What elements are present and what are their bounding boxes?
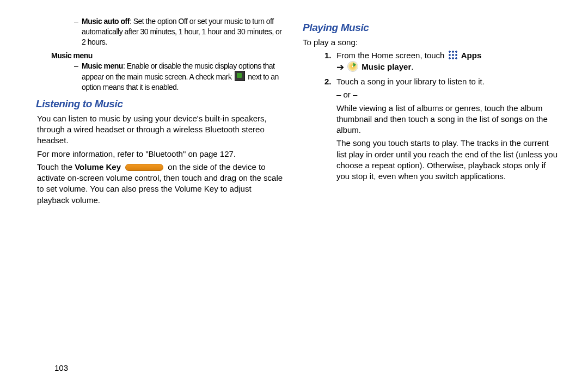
- list-number: 2.: [324, 76, 336, 87]
- list-continuation: ➔ Music player.: [336, 61, 560, 74]
- bullet-label: Music menu: [82, 62, 123, 70]
- list-body: From the Home screen, touch Apps: [336, 51, 481, 60]
- text: .: [411, 62, 413, 71]
- paragraph: To play a song:: [303, 37, 560, 48]
- text: From the Home screen, touch: [336, 51, 447, 60]
- paragraph: For more information, refer to "Bluetoot…: [37, 149, 285, 160]
- text-bold: Apps: [461, 51, 482, 60]
- music-player-icon: [347, 61, 358, 72]
- paragraph: While viewing a list of albums or genres…: [336, 103, 560, 136]
- arrow-right-icon: ➔: [336, 62, 344, 72]
- text: Touch the: [37, 162, 75, 171]
- left-column: –Music auto off: Set the option Off or s…: [28, 16, 285, 392]
- heading-listening-to-music: Listening to Music: [36, 97, 285, 111]
- cross-reference: "Bluetooth": [145, 149, 186, 158]
- manual-page: –Music auto off: Set the option Off or s…: [0, 0, 588, 392]
- text-bold: Music player: [362, 62, 411, 71]
- apps-icon: [448, 50, 458, 60]
- text-bold: Volume Key: [75, 162, 121, 171]
- bullet-music-menu: –Music menu: Enable or disable the music…: [51, 61, 285, 93]
- subheading-music-menu: Music menu: [51, 51, 285, 61]
- bullet-label: Music auto off: [82, 17, 130, 26]
- paragraph: Touch the Volume Key on the side of the …: [37, 162, 285, 206]
- list-item: 1.From the Home screen, touch Apps ➔ Mus…: [324, 50, 560, 74]
- paragraph: You can listen to music by using your de…: [37, 113, 285, 146]
- or-separator: – or –: [336, 89, 560, 100]
- heading-playing-music: Playing Music: [303, 21, 560, 35]
- ordered-list: 1.From the Home screen, touch Apps ➔ Mus…: [324, 50, 560, 87]
- paragraph: The song you touch starts to play. The t…: [336, 138, 560, 182]
- checkmark-icon: [235, 71, 245, 81]
- right-column: Playing Music To play a song: 1.From the…: [303, 16, 560, 392]
- list-number: 1.: [324, 50, 336, 61]
- page-number: 103: [54, 363, 68, 372]
- volume-key-icon: [125, 164, 163, 171]
- list-item: 2.Touch a song in your library to listen…: [324, 76, 560, 87]
- text: For more information, refer to: [37, 149, 145, 158]
- text: on page 127.: [186, 149, 236, 158]
- list-body: Touch a song in your library to listen t…: [336, 77, 485, 86]
- bullet-music-auto-off: –Music auto off: Set the option Off or s…: [51, 16, 285, 47]
